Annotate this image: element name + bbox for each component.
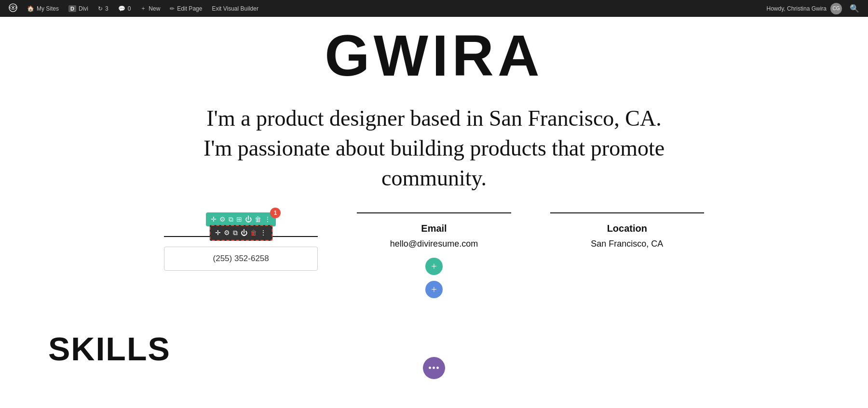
divi-button[interactable]: D Divi <box>65 0 92 17</box>
toolbar-duplicate-icon[interactable]: ⧉ <box>229 216 233 224</box>
sync-button[interactable]: ↻ 3 <box>94 0 112 17</box>
location-label: Location <box>550 223 704 234</box>
email-label: Email <box>357 223 511 234</box>
location-value: San Francisco, CA <box>550 239 704 249</box>
elem-power-icon[interactable]: ⏻ <box>241 229 247 237</box>
section-toolbar[interactable]: ✛ ⚙ ⧉ ⊞ ⏻ 🗑 ⋮ 1 <box>206 212 276 226</box>
element-toolbar[interactable]: ✛ ⚙ ⧉ ⏻ 🗑 ⋮ <box>209 225 272 241</box>
phone-column: ✛ ⚙ ⧉ ⊞ ⏻ 🗑 ⋮ 1 ✛ ⚙ ⧉ ⏻ 🗑 <box>145 212 337 301</box>
add-module-teal-button[interactable]: + <box>425 258 443 275</box>
comments-button[interactable]: 💬 0 <box>114 0 135 17</box>
email-column: Email hello@diviresume.com + + <box>337 212 530 301</box>
add-module-blue-button[interactable]: + <box>425 281 443 298</box>
edit-page-label: Edit Page <box>177 5 202 12</box>
toolbar-delete-icon[interactable]: 🗑 <box>255 216 261 224</box>
email-divider <box>357 212 511 213</box>
new-button[interactable]: ＋ New <box>136 0 164 17</box>
elem-add-icon[interactable]: ✛ <box>215 229 221 237</box>
wp-logo-button[interactable] <box>5 0 21 17</box>
house-icon: 🏠 <box>27 5 34 12</box>
hero-text: I'm a product designer based in San Fran… <box>193 104 675 193</box>
plus-icon: ＋ <box>140 4 146 13</box>
pencil-icon: ✏ <box>170 5 175 12</box>
exit-builder-label: Exit Visual Builder <box>212 5 258 12</box>
email-value: hello@diviresume.com <box>357 239 511 249</box>
search-icon[interactable]: 🔍 <box>846 4 863 13</box>
my-sites-label: My Sites <box>37 5 59 12</box>
elem-more-icon[interactable]: ⋮ <box>260 229 267 237</box>
location-divider <box>550 212 704 213</box>
new-label: New <box>149 5 160 12</box>
page-content: GWIRA I'm a product designer based in Sa… <box>0 17 868 301</box>
site-title: GWIRA <box>48 17 820 89</box>
toolbar-add-icon[interactable]: ✛ <box>211 215 217 224</box>
user-greeting: Howdy, Christina Gwira <box>767 5 827 12</box>
comments-count: 0 <box>128 5 131 12</box>
toolbar-more-icon[interactable]: ⋮ <box>264 215 271 224</box>
my-sites-button[interactable]: 🏠 My Sites <box>23 0 63 17</box>
admin-bar: 🏠 My Sites D Divi ↻ 3 💬 0 ＋ New ✏ Edit P… <box>0 0 868 17</box>
notification-badge: 1 <box>270 208 281 218</box>
phone-value: (255) 352-6258 <box>213 254 269 263</box>
contact-section: ✛ ⚙ ⧉ ⊞ ⏻ 🗑 ⋮ 1 ✛ ⚙ ⧉ ⏻ 🗑 <box>145 212 723 301</box>
sync-count: 3 <box>105 5 108 12</box>
elem-delete-icon[interactable]: 🗑 <box>250 229 257 237</box>
comment-icon: 💬 <box>118 5 125 12</box>
toolbar-settings-icon[interactable]: ⚙ <box>219 215 226 224</box>
wp-icon <box>9 3 17 13</box>
divi-logo: D <box>68 5 76 12</box>
elem-settings-icon[interactable]: ⚙ <box>224 229 230 237</box>
divi-label: Divi <box>79 5 88 12</box>
elem-duplicate-icon[interactable]: ⧉ <box>233 229 238 237</box>
svg-point-1 <box>12 7 14 9</box>
avatar[interactable]: CG <box>830 3 842 14</box>
exit-builder-button[interactable]: Exit Visual Builder <box>208 0 262 17</box>
edit-page-button[interactable]: ✏ Edit Page <box>166 0 206 17</box>
toolbar-grid-icon[interactable]: ⊞ <box>236 215 242 224</box>
phone-box: (255) 352-6258 <box>164 247 318 271</box>
sync-icon: ↻ <box>98 5 103 12</box>
toolbar-power-icon[interactable]: ⏻ <box>245 216 252 224</box>
admin-bar-right: Howdy, Christina Gwira CG 🔍 <box>767 3 863 14</box>
dots-button[interactable]: ••• <box>423 357 445 379</box>
location-column: Location San Francisco, CA <box>531 212 723 301</box>
